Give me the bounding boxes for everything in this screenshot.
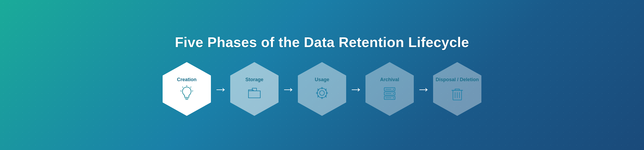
phase-disposal-label: Disposal / Deletion bbox=[436, 77, 479, 83]
arrow-1: → bbox=[214, 82, 228, 96]
svg-point-9 bbox=[320, 91, 324, 95]
database-icon bbox=[382, 85, 398, 101]
phase-creation: Creation bbox=[163, 62, 211, 116]
phase-creation-label: Creation bbox=[177, 77, 196, 83]
phase-usage: Usage bbox=[298, 62, 346, 116]
gear-icon bbox=[314, 85, 330, 101]
phases-row: Creation bbox=[163, 62, 481, 116]
svg-line-4 bbox=[182, 87, 183, 88]
hex-usage: Usage bbox=[298, 62, 346, 116]
phase-disposal: Disposal / Deletion bbox=[433, 62, 481, 116]
svg-line-5 bbox=[191, 87, 191, 88]
svg-line-7 bbox=[192, 91, 193, 91]
phase-storage: Storage bbox=[230, 62, 279, 116]
phase-usage-label: Usage bbox=[315, 77, 329, 83]
svg-line-6 bbox=[181, 91, 181, 91]
phase-archival-label: Archival bbox=[380, 77, 399, 83]
hex-archival: Archival bbox=[365, 62, 414, 116]
phase-archival: Archival bbox=[365, 62, 414, 116]
arrow-3: → bbox=[349, 82, 363, 96]
trash-icon bbox=[449, 85, 465, 101]
page-background: Five Phases of the Data Retention Lifecy… bbox=[0, 0, 644, 150]
svg-point-14 bbox=[393, 89, 394, 90]
arrow-2: → bbox=[281, 82, 295, 96]
lightbulb-icon bbox=[179, 85, 195, 101]
svg-point-10 bbox=[317, 88, 327, 98]
page-title: Five Phases of the Data Retention Lifecy… bbox=[175, 34, 469, 50]
folder-icon bbox=[246, 85, 262, 101]
svg-point-16 bbox=[393, 97, 394, 98]
hex-creation: Creation bbox=[163, 62, 211, 116]
svg-point-15 bbox=[393, 93, 394, 94]
phase-storage-label: Storage bbox=[245, 77, 263, 83]
arrow-4: → bbox=[416, 82, 430, 96]
hex-disposal: Disposal / Deletion bbox=[433, 62, 481, 116]
hex-storage: Storage bbox=[230, 62, 279, 116]
